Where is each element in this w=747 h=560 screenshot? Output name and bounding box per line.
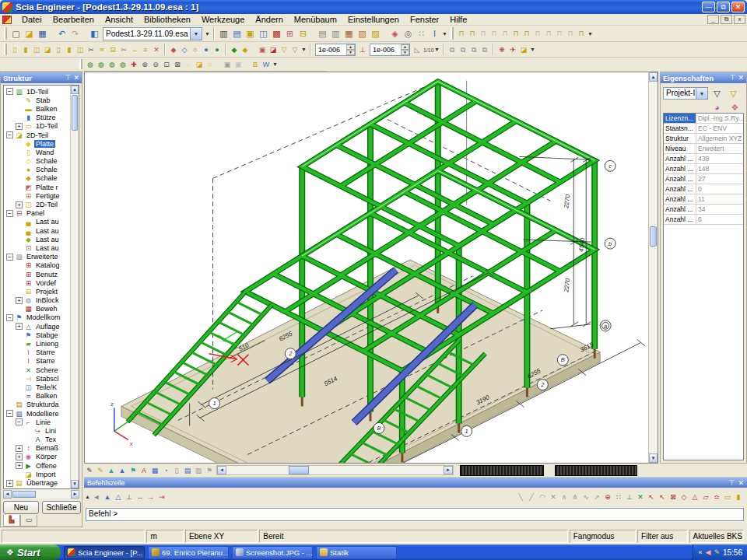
mdi-child-icon[interactable] [2,16,12,24]
brush-pink-icon[interactable]: ❖ [728,101,742,114]
property-row[interactable]: Anzahl ...438 [664,154,743,164]
snap-mid-icon[interactable]: ◇ [679,491,689,503]
member-cut-icon[interactable]: ✂ [86,44,96,56]
toolbar-overflow-icon[interactable]: ▼ [204,31,211,37]
tree-item-schale[interactable]: ◇Schale [4,157,70,166]
zoom-window-icon[interactable]: ⊡ [161,58,172,71]
import-block-icon[interactable]: ◪ [268,44,279,56]
palette-icon[interactable]: ▩ [270,27,283,40]
dot-pair-1-icon[interactable]: ● [201,44,212,56]
collapse-icon[interactable]: − [6,210,13,217]
collapse-icon[interactable]: − [6,254,13,261]
clock-blue-icon[interactable]: ◔ [160,464,171,477]
layer-b-icon[interactable]: B [250,58,261,71]
doc-blue-icon[interactable]: ▤ [182,464,193,477]
collapse-icon[interactable]: − [6,88,13,95]
expand-icon[interactable]: + [16,297,23,304]
dock-handle-icon[interactable]: ▼ [84,495,91,500]
view-level-6-icon[interactable]: ⊓ [510,27,521,40]
tree-item-last-au[interactable]: ▄Last au [4,226,70,235]
materials-icon[interactable]: ▣ [244,27,257,40]
project-selector-combo[interactable]: Podest1.3-29.11.09.esa ▼ [103,27,202,40]
scroll-up-icon[interactable]: ▲ [71,86,79,94]
node-link-icon[interactable]: ◇ [179,44,190,56]
tree-horizontal-scrollbar[interactable]: ◄ ► [3,490,79,499]
mdi-restore-button[interactable]: ⧉ [721,15,732,24]
camera-1-icon[interactable]: ▣ [222,58,233,71]
scroll-down-icon[interactable]: ▼ [71,480,79,488]
render-mode-2-icon[interactable]: ◍ [96,58,107,71]
tree-item-wand[interactable]: ▯Wand [4,148,70,156]
tab-monitor-view[interactable]: ▭ [20,515,37,527]
tree-item-körper[interactable]: +◉Körper [4,453,70,461]
property-row[interactable]: NiveauErweitert [664,144,743,154]
scroll-right-icon[interactable]: ► [444,466,453,474]
status-cell-fangmodus[interactable]: Fangmodus [570,530,636,543]
collapse-icon[interactable]: − [6,410,13,417]
tree-item-stab[interactable]: ✎Stab [4,96,70,104]
viewport-vertical-scrollbar[interactable]: ▲ ▼ [648,72,658,463]
expand-icon[interactable]: + [16,123,23,130]
line-tool-1-icon[interactable]: ╲ [515,491,526,503]
print-icon[interactable]: ▤ [316,27,329,40]
redo-icon[interactable]: ↷ [68,27,82,40]
menu-item-fenster[interactable]: Fenster [405,14,444,25]
tree-item-modellkom[interactable]: −⚑Modellkom [4,313,70,322]
tree-item-panel[interactable]: −⊟Panel [4,209,70,218]
flag-teal-icon[interactable]: ⚑ [128,464,139,477]
property-row[interactable]: StrukturAllgemein XYZ [664,134,743,144]
box-3d-icon[interactable]: ▧ [356,27,369,40]
save-icon[interactable]: ▦ [36,27,49,40]
view-level-11-icon[interactable]: ⊓ [565,27,576,40]
project-units-icon[interactable]: ▥ [217,27,230,40]
member-trim-icon[interactable]: ✂ [118,44,129,56]
tree-item-beweh[interactable]: ▦Beweh [4,305,70,313]
pen-yellow-icon[interactable]: ✎ [95,464,106,477]
restore-button[interactable]: ⧉ [717,2,730,12]
snap-ruler-icon[interactable]: ▭ [722,491,733,503]
collapse-icon[interactable]: − [6,314,13,321]
close-button[interactable]: ✕ [731,2,745,12]
menu-item-ändern[interactable]: Ändern [250,14,288,25]
tree-item-linieng[interactable]: ▰Linieng [4,339,70,348]
delete-tool-icon[interactable]: ✕ [548,491,559,503]
scroll-right-icon[interactable]: ► [71,490,79,499]
close-icon[interactable]: ✕ [738,73,744,82]
node-connect-icon[interactable]: ◆ [168,44,179,56]
edit-pencil-icon[interactable]: ✎ [743,87,747,100]
arrow-end-1-icon[interactable]: ↔ [135,491,146,503]
member-join-icon[interactable]: ⊟ [107,44,118,56]
expand-icon[interactable]: + [16,453,23,460]
start-button[interactable]: ❖ Start [0,544,61,560]
arc-tool-icon[interactable]: ◠ [537,491,548,503]
expand-icon[interactable]: + [16,201,23,208]
tree-item-strukturda[interactable]: ▤Strukturda [4,401,70,409]
view-level-7-icon[interactable]: ⊓ [521,27,532,40]
scale-ratio-label[interactable]: 1/10 [423,44,433,56]
scrollbar-thumb[interactable] [289,466,309,474]
property-value[interactable]: 34 [696,205,743,214]
taskbar-window-69-enrico-pieranu[interactable]: 69. Enrico Pieranu... [148,546,229,559]
snap-para-icon[interactable]: ▱ [700,491,711,503]
document-image-icon[interactable]: ▨ [369,27,382,40]
render-jet-icon[interactable]: ✈ [507,44,518,56]
view-level-2-icon[interactable]: ⊓ [467,27,478,40]
tree-item-schere[interactable]: ✕Schere [4,366,70,374]
neu-button[interactable]: Neu [3,501,39,514]
scroll-up-icon[interactable]: ▲ [649,72,658,82]
tray-media-icon[interactable]: ◀ [706,548,711,556]
tree-item-inblock[interactable]: +◍InBlock [4,296,70,305]
view-levels-dropdown-icon[interactable]: ▼ [587,31,594,37]
window-copy-4-icon[interactable]: ⧉ [479,44,490,56]
tree-item-bemaß[interactable]: +↕Bemaß [4,444,70,453]
member-mirror-icon[interactable]: ≡ [140,44,151,56]
flag-gray-icon[interactable]: ⚑ [204,464,215,477]
tree-item-2d-teil[interactable]: +◫2D-Teil [4,200,70,208]
new-document-icon[interactable]: ▢ [9,27,23,40]
scrollbar-thumb[interactable] [12,491,36,498]
property-row[interactable]: Lizenzn...Dipl.-Ing.S.Ry... [664,114,743,124]
tree-item-linie[interactable]: −⌐Linie [4,418,70,426]
workspace-panel-icon[interactable]: ◧ [88,27,101,40]
export-folder-icon[interactable]: ◪ [518,44,529,56]
tree-item-katalog[interactable]: ⊞Katalog [4,261,70,270]
